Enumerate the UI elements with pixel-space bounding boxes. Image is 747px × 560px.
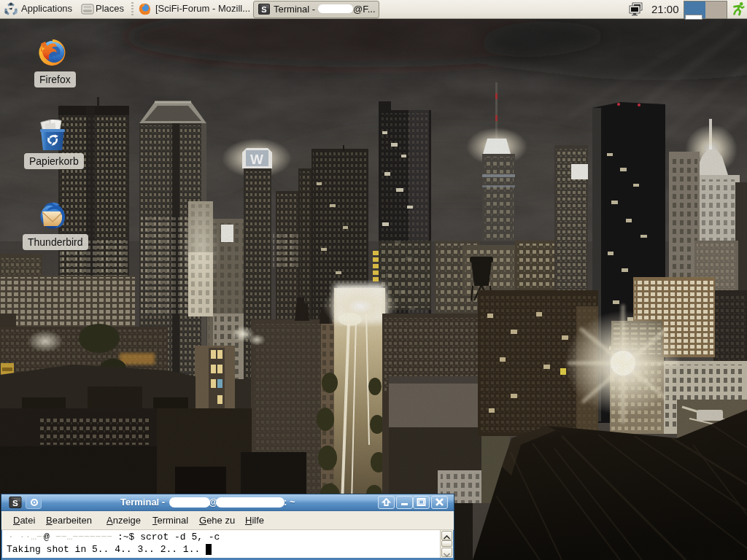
- svg-text:S: S: [261, 5, 266, 14]
- svg-text:S: S: [12, 498, 18, 508]
